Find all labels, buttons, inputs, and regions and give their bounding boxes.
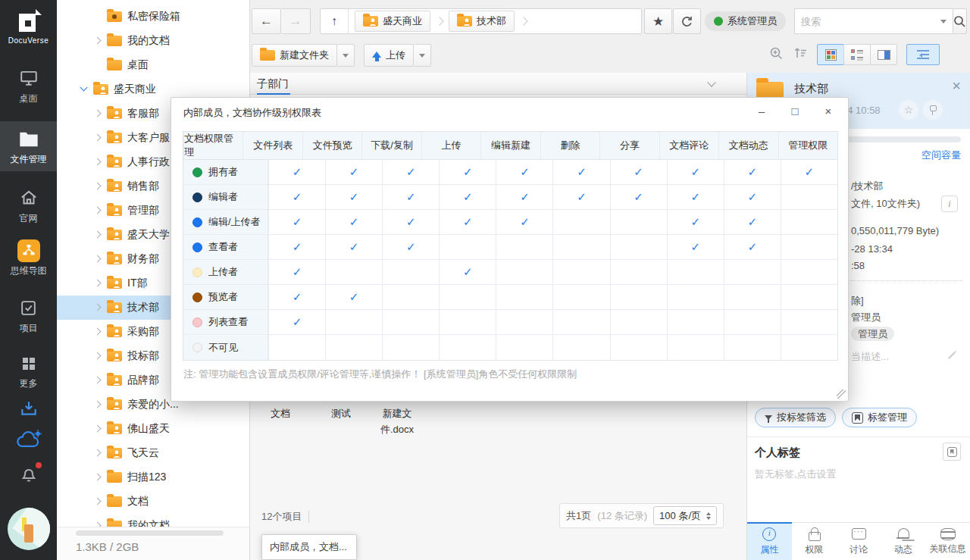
chevron-icon[interactable] <box>92 325 105 339</box>
resize-grip[interactable] <box>837 389 846 399</box>
detail-tab[interactable]: 关联信息 <box>925 522 970 560</box>
horizontal-scrollbar[interactable] <box>76 530 224 536</box>
file-item-label[interactable]: 新建文件.docx <box>373 406 421 438</box>
download-manager-button[interactable] <box>0 396 57 421</box>
file-grid: 文档 测试 新建文件.docx <box>250 406 746 452</box>
set-tags-button[interactable] <box>943 443 961 461</box>
maximize-button[interactable]: □ <box>778 101 812 120</box>
chevron-icon[interactable] <box>92 107 105 120</box>
edit-pencil-icon[interactable] <box>948 352 956 359</box>
chevron-icon[interactable] <box>92 398 105 411</box>
pin-button[interactable] <box>923 100 943 120</box>
close-icon[interactable]: × <box>952 77 961 95</box>
check-icon: ✓ <box>293 215 302 229</box>
chevron-icon[interactable] <box>92 34 105 48</box>
per-page-select[interactable]: 100 条/页 <box>653 506 717 525</box>
current-user[interactable]: 系统管理员 <box>705 11 786 31</box>
detail-tab[interactable]: 动态 <box>881 522 925 560</box>
role-color-dot <box>192 343 202 352</box>
table-row: 上传者 ✓ ✓ <box>183 260 837 285</box>
info-icon[interactable]: i <box>941 196 958 212</box>
tag-manage-button[interactable]: 标签管理 <box>842 408 917 427</box>
permission-cell: ✓ <box>724 210 781 234</box>
chevron-icon[interactable] <box>92 422 105 436</box>
tree-item[interactable]: 我的文档 <box>57 29 249 53</box>
new-folder-dropdown[interactable] <box>337 44 355 67</box>
folder-icon <box>107 11 122 22</box>
search-input[interactable] <box>795 16 940 27</box>
section-header[interactable]: 子部门 <box>250 73 746 95</box>
detail-tab[interactable]: 权限 <box>792 522 837 560</box>
tree-item[interactable]: 桌面 <box>57 53 249 77</box>
forward-button[interactable]: → <box>281 8 311 34</box>
sidebar-item-website[interactable]: 官网 <box>0 185 57 225</box>
up-button[interactable]: ↑ <box>321 9 349 33</box>
file-item-label[interactable]: 测试 <box>317 406 365 422</box>
breadcrumb-item[interactable]: 技术部 <box>449 11 515 32</box>
breadcrumb-item[interactable]: 盛天商业 <box>355 11 430 32</box>
chevron-icon[interactable] <box>92 155 105 169</box>
chevron-icon[interactable] <box>92 519 105 527</box>
tree-item[interactable]: 佛山盛天 <box>57 417 249 441</box>
capacity-link[interactable]: 空间容量 <box>922 149 961 162</box>
upload-dropdown[interactable] <box>414 44 431 67</box>
permission-cell: ✓ <box>325 210 382 234</box>
chevron-icon[interactable] <box>92 495 105 508</box>
detail-panel-toggle[interactable] <box>906 44 940 65</box>
search-icon <box>953 15 966 28</box>
chevron-icon[interactable] <box>92 180 105 193</box>
chevron-icon[interactable] <box>92 131 105 145</box>
sidebar-item-projects[interactable]: 项目 <box>0 296 57 335</box>
tree-item[interactable]: 文档 <box>57 490 249 514</box>
tree-item[interactable]: 飞天云 <box>57 441 249 465</box>
description-placeholder[interactable]: 当描述... <box>851 350 889 364</box>
refresh-button[interactable] <box>673 8 701 34</box>
chevron-icon[interactable] <box>92 301 105 314</box>
thumbnail-view-button[interactable] <box>817 44 844 65</box>
star-icon: ★ <box>652 14 664 30</box>
minimized-dialog-bar[interactable]: 内部成员，文档... <box>261 534 357 560</box>
detail-tab[interactable]: 属性 <box>747 522 792 560</box>
chevron-icon[interactable] <box>92 277 105 290</box>
search-button[interactable] <box>953 8 967 34</box>
chevron-icon[interactable] <box>78 83 92 96</box>
notifications-button[interactable] <box>0 461 57 486</box>
new-folder-button[interactable]: 新建文件夹 <box>252 44 337 67</box>
chevron-icon[interactable] <box>92 204 105 217</box>
sidebar-item-more[interactable]: 更多 <box>0 352 57 390</box>
tree-item[interactable]: 我的文档 <box>57 514 249 527</box>
chevron-icon[interactable] <box>92 252 105 266</box>
close-button[interactable]: × <box>812 101 845 120</box>
minimize-button[interactable]: – <box>745 101 778 120</box>
file-item-label[interactable]: 文档 <box>256 406 305 422</box>
section-underline <box>257 93 290 95</box>
cloud-sync-button[interactable] <box>0 424 57 454</box>
sidebar-item-mindmap[interactable]: 思维导图 <box>0 236 57 277</box>
sidebar-item-file-management[interactable]: 文件管理 <box>0 121 57 171</box>
favorite-button[interactable]: ☆ <box>899 100 918 120</box>
collapse-chevron-icon[interactable] <box>707 78 715 86</box>
sort-button[interactable] <box>793 46 808 63</box>
chevron-down-icon[interactable] <box>940 20 947 27</box>
chevron-icon[interactable] <box>92 471 105 484</box>
chevron-icon[interactable] <box>92 374 105 387</box>
column-view-button[interactable] <box>870 44 897 65</box>
tree-item[interactable]: 私密保险箱 <box>57 5 249 29</box>
sidebar-item-desktop[interactable]: 桌面 <box>0 65 57 105</box>
detail-tab[interactable]: 讨论 <box>837 522 881 560</box>
chevron-icon[interactable] <box>92 446 105 460</box>
list-view-button[interactable] <box>843 44 871 65</box>
back-button[interactable]: ← <box>252 8 281 34</box>
chevron-icon[interactable] <box>92 228 105 242</box>
user-avatar[interactable] <box>8 508 50 550</box>
pagination: 共1页 (12 条记录) 100 条/页 <box>559 503 724 528</box>
favorite-button[interactable]: ★ <box>644 8 672 34</box>
upload-button[interactable]: 上传 <box>364 44 414 67</box>
check-icon: ✓ <box>463 190 473 204</box>
role-color-dot <box>192 267 202 277</box>
filter-by-tag-button[interactable]: 按标签筛选 <box>755 408 836 427</box>
check-icon: ✓ <box>349 190 359 204</box>
chevron-icon[interactable] <box>92 349 105 363</box>
tree-item[interactable]: 扫描123 <box>57 465 249 490</box>
zoom-in-button[interactable] <box>769 46 784 64</box>
